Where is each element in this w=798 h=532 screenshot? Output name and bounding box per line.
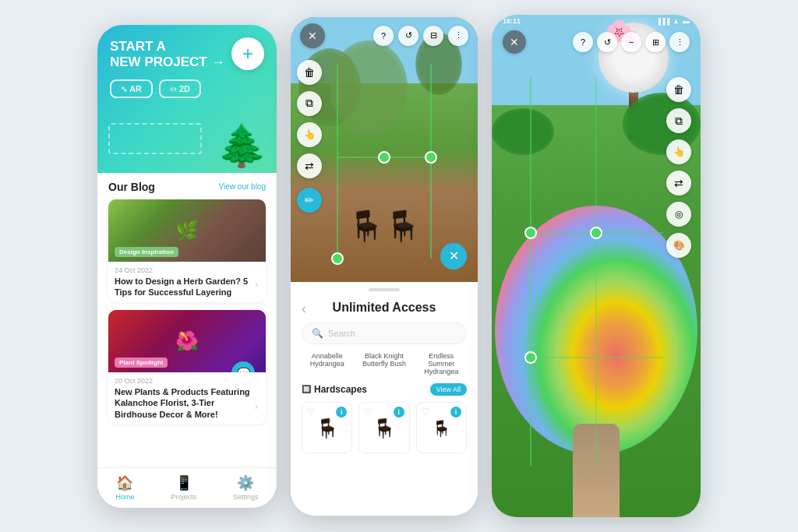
phone1-cta-line1: START A [110, 39, 225, 55]
ar-close-btn[interactable]: ✕ [440, 243, 467, 270]
blog-card-1-image: 🌿 Design Inspiration [108, 199, 266, 262]
blog-card-1[interactable]: 🌿 Design Inspiration 24 Oct 2022 How to … [108, 199, 266, 303]
close-button-2[interactable]: ✕ [300, 23, 325, 48]
blog-header: Our Blog View our blog [108, 181, 266, 193]
phone2-ar-area: 🪑🪑 ✕ [291, 17, 478, 282]
blog-card-2[interactable]: 🌺 Plant Spotlight 💬 20 Oct 2022 New Plan… [108, 310, 266, 425]
help-btn-3[interactable]: ? [573, 32, 593, 52]
blog-date-2: 20 Oct 2022 [115, 377, 250, 385]
blog-section: Our Blog View our blog 🌿 Design Inspirat… [97, 173, 277, 425]
save-btn-3[interactable]: ⊞ [645, 32, 666, 52]
blog-card-2-image: 🌺 Plant Spotlight 💬 [108, 310, 266, 372]
copy-btn-3[interactable]: ⧉ [666, 108, 691, 133]
article-arrow-2: › [255, 401, 258, 412]
phone1-cta-line2: NEW PROJECT → [110, 55, 225, 70]
close-button-3[interactable]: ✕ [503, 30, 526, 54]
blog-tag-plant: Plant Spotlight [115, 358, 168, 368]
plus-button[interactable]: + [231, 37, 264, 70]
gesture-tool[interactable]: 👆 [297, 122, 322, 147]
info-btn-2[interactable]: i [394, 407, 404, 417]
heart-1[interactable]: ♡ [307, 407, 316, 417]
plant-tags-row: Annabelle Hydrangea Black Knight Butterf… [291, 352, 478, 375]
product-card-3[interactable]: ♡ i 🪑 [416, 402, 467, 453]
blog-title: Our Blog [108, 181, 155, 193]
plant-tag-3[interactable]: Endless Summer Hydrangea [416, 352, 467, 375]
trash-btn-3[interactable]: 🗑 [666, 77, 691, 102]
plant-tag-1[interactable]: Annabelle Hydrangea [302, 352, 352, 375]
gesture-btn-3[interactable]: 👆 [666, 139, 691, 164]
svg-point-5 [332, 253, 343, 264]
twod-icon: ▭ [170, 85, 177, 93]
delete-button[interactable]: ⊟ [423, 26, 443, 46]
settings-icon: ⚙️ [237, 474, 254, 491]
search-placeholder: Search [328, 329, 355, 338]
copy-tool[interactable]: ⧉ [297, 91, 322, 116]
nav-home[interactable]: 🏠 Home [115, 474, 134, 501]
home-icon: 🏠 [116, 474, 133, 491]
product-card-1[interactable]: ♡ i 🪑 [302, 402, 352, 453]
signal-icon: ▐▐▐ [656, 18, 669, 25]
phone3-right-toolbar: 🗑 ⧉ 👆 ⇄ ◎ 🎨 [666, 77, 691, 258]
info-btn-1[interactable]: i [336, 407, 347, 417]
view-all-button[interactable]: View All [430, 383, 467, 396]
undo-btn-3[interactable]: ↺ [597, 32, 617, 52]
phone3: 🌸 🌸 [492, 15, 701, 517]
phone2-top-toolbar: ✕ ? ↺ ⊟ ⋮ [291, 23, 478, 48]
status-bar-3: 16:11 ▐▐▐ ▲ ▬ [492, 15, 701, 27]
phone1: START A NEW PROJECT → ⤡ AR ▭ 2D + [97, 25, 277, 508]
svg-point-4 [425, 152, 436, 163]
heart-3[interactable]: ♡ [422, 407, 430, 417]
plant-tag-2[interactable]: Black Knight Butterfly Bush [358, 352, 409, 375]
svg-point-11 [525, 352, 536, 363]
decorative-dashed [108, 123, 202, 154]
paint-btn-3[interactable]: 🎨 [666, 233, 691, 258]
products-row: ♡ i 🪑 ♡ i 🪑 ♡ i 🪑 [291, 402, 478, 453]
twod-button[interactable]: ▭ 2D [159, 79, 201, 98]
arrow-icon: → [212, 55, 225, 70]
svg-point-12 [591, 227, 602, 238]
flip-btn-3[interactable]: ⇄ [666, 171, 691, 196]
help-button[interactable]: ? [373, 26, 394, 46]
blog-title-1: How to Design a Herb Garden? 5 Tips for … [115, 276, 250, 298]
phones-container: START A NEW PROJECT → ⤡ AR ▭ 2D + [82, 0, 716, 532]
phone2-left-toolbar: 🗑 ⧉ 👆 ⇄ ✏ [297, 60, 322, 213]
projects-icon: 📱 [175, 474, 192, 491]
heart-2[interactable]: ♡ [364, 407, 373, 417]
panel-handle [369, 288, 400, 291]
flip-tool[interactable]: ⇄ [297, 153, 322, 178]
phone1-header: START A NEW PROJECT → ⤡ AR ▭ 2D + [97, 25, 277, 173]
phone3-top-toolbar: ✕ ? ↺ − ⊞ ⋮ [492, 30, 701, 54]
blog-card-1-content: 24 Oct 2022 How to Design a Herb Garden?… [108, 262, 266, 303]
pencil-tool[interactable]: ✏ [297, 188, 322, 213]
view-blog-link[interactable]: View our blog [219, 182, 266, 191]
nav-projects[interactable]: 📱 Projects [171, 474, 196, 501]
ar-button[interactable]: ⤡ AR [110, 79, 153, 98]
phone2: 🪑🪑 ✕ [291, 17, 478, 516]
wifi-icon: ▲ [673, 17, 680, 25]
fence-icon: 🔲 [302, 385, 311, 393]
trash-tool[interactable]: 🗑 [297, 60, 322, 85]
more-btn-3[interactable]: ⋮ [669, 32, 690, 52]
blog-date-1: 24 Oct 2022 [115, 266, 250, 274]
product-card-2[interactable]: ♡ i 🪑 [358, 402, 409, 453]
undo-button[interactable]: ↺ [398, 26, 418, 46]
phone1-header-buttons: ⤡ AR ▭ 2D [110, 79, 264, 98]
info-btn-3[interactable]: i [450, 407, 461, 417]
layers-btn-3[interactable]: ◎ [666, 202, 691, 227]
hardscapes-title: 🔲 Hardscapes [302, 384, 367, 395]
svg-point-10 [525, 227, 536, 238]
tree-decoration: 🌲 [217, 122, 267, 170]
search-bar[interactable]: 🔍 Search [302, 322, 467, 344]
nav-settings[interactable]: ⚙️ Settings [233, 474, 259, 501]
battery-icon: ▬ [683, 17, 690, 25]
search-icon: 🔍 [312, 328, 323, 339]
minus-btn-3[interactable]: − [621, 32, 641, 52]
panel-back-btn[interactable]: ‹ [302, 301, 306, 317]
phone3-ar-area: 🌸 🌸 [492, 15, 701, 517]
blog-tag-design: Design Inspiration [115, 247, 178, 257]
ar-expand-icon: ⤡ [121, 85, 127, 93]
blog-card-2-content: 20 Oct 2022 New Plants & Products Featur… [108, 372, 266, 425]
more-button[interactable]: ⋮ [448, 26, 468, 46]
phone2-bottom-panel: ‹ Unlimited Access 🔍 Search Annabelle Hy… [291, 288, 478, 516]
time-display: 16:11 [503, 17, 521, 25]
